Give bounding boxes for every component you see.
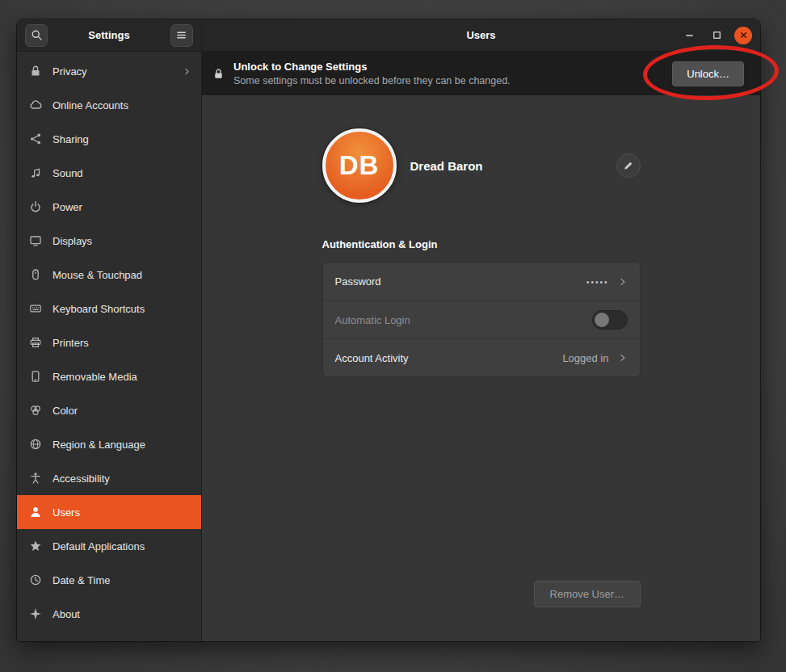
edit-name-button[interactable] xyxy=(616,153,641,178)
sidebar-item-online-accounts[interactable]: Online Accounts xyxy=(17,88,201,122)
window-title: Users xyxy=(466,29,495,41)
settings-window: Settings Users PrivacyOnline AccountsSha… xyxy=(17,19,760,641)
sidebar-item-label: Date & Time xyxy=(53,574,191,586)
banner-title: Unlock to Change Settings xyxy=(233,60,511,74)
maximize-button[interactable] xyxy=(707,26,726,45)
sidebar-item-privacy[interactable]: Privacy xyxy=(17,54,201,88)
media-icon xyxy=(29,370,42,383)
hamburger-menu-icon xyxy=(175,29,187,41)
sidebar-item-label: Users xyxy=(53,506,191,519)
auth-login-section: Authentication & Login Password•••••Auto… xyxy=(322,238,641,377)
main-headerbar: Users xyxy=(202,19,760,52)
sidebar-item-label: Region & Language xyxy=(53,439,191,451)
sidebar-item-keyboard-shortcuts[interactable]: Keyboard Shortcuts xyxy=(17,292,201,326)
sidebar-item-label: About xyxy=(53,608,191,620)
sidebar-item-label: Keyboard Shortcuts xyxy=(53,303,191,315)
keyboard-icon xyxy=(29,302,42,315)
accessibility-icon xyxy=(29,472,42,485)
sidebar-item-users[interactable]: Users xyxy=(17,495,201,529)
search-icon xyxy=(31,29,43,41)
desktop-background: Settings Users PrivacyOnline AccountsSha… xyxy=(0,0,786,672)
sidebar-item-date-time[interactable]: Date & Time xyxy=(17,563,201,597)
minimize-icon xyxy=(683,29,696,41)
cloud-icon xyxy=(29,99,42,111)
sidebar-item-label: Sound xyxy=(53,167,191,179)
minimize-button[interactable] xyxy=(679,26,699,45)
sidebar-item-label: Displays xyxy=(53,235,191,247)
globe-icon xyxy=(29,438,42,451)
toggle-knob xyxy=(595,313,609,327)
main-content: Unlock to Change Settings Some settings … xyxy=(202,52,760,641)
row-value: ••••• xyxy=(586,278,609,287)
sidebar: PrivacyOnline AccountsSharingSoundPowerD… xyxy=(17,52,202,641)
sound-icon xyxy=(29,166,42,179)
window-controls xyxy=(679,19,752,51)
banner-text: Unlock to Change Settings Some settings … xyxy=(233,60,511,87)
sidebar-item-power[interactable]: Power xyxy=(17,190,201,224)
sidebar-item-accessibility[interactable]: Accessibility xyxy=(17,461,201,495)
banner-subtitle: Some settings must be unlocked before th… xyxy=(233,74,511,87)
sidebar-item-label: Mouse & Touchpad xyxy=(53,269,191,281)
row-label: Automatic Login xyxy=(335,314,592,326)
sidebar-item-sharing[interactable]: Sharing xyxy=(17,122,201,156)
row-label: Account Activity xyxy=(335,352,563,364)
automatic-login-toggle[interactable] xyxy=(592,310,628,330)
sidebar-item-printers[interactable]: Printers xyxy=(17,326,201,359)
sidebar-item-label: Privacy xyxy=(53,65,172,78)
chevron-right-icon xyxy=(618,277,628,287)
chevron-right-icon xyxy=(618,353,628,363)
user-name: Dread Baron xyxy=(410,159,483,173)
sidebar-item-region-language[interactable]: Region & Language xyxy=(17,427,201,461)
sidebar-item-label: Removable Media xyxy=(53,371,191,383)
close-icon xyxy=(738,30,749,40)
sidebar-item-label: Online Accounts xyxy=(53,99,191,111)
lock-icon xyxy=(29,65,42,78)
row-account-activity[interactable]: Account ActivityLogged in xyxy=(323,338,640,376)
color-icon xyxy=(29,404,42,417)
power-icon xyxy=(29,200,42,213)
sidebar-item-default-applications[interactable]: Default Applications xyxy=(17,529,201,563)
share-icon xyxy=(29,132,42,145)
avatar-initials: DB xyxy=(339,150,380,181)
about-icon xyxy=(29,607,42,620)
row-value: Logged in xyxy=(562,352,608,364)
sidebar-item-label: Printers xyxy=(53,337,191,349)
avatar[interactable]: DB xyxy=(322,128,397,203)
sidebar-item-sound[interactable]: Sound xyxy=(17,156,201,190)
sidebar-item-color[interactable]: Color xyxy=(17,393,201,427)
unlock-button[interactable]: Unlock… xyxy=(672,61,744,86)
lock-icon xyxy=(212,68,225,80)
sidebar-headerbar: Settings xyxy=(17,19,202,52)
sidebar-item-label: Color xyxy=(53,405,191,417)
sidebar-item-removable-media[interactable]: Removable Media xyxy=(17,359,201,393)
sidebar-title: Settings xyxy=(88,29,129,41)
sidebar-item-displays[interactable]: Displays xyxy=(17,224,201,258)
clock-icon xyxy=(29,573,42,586)
printer-icon xyxy=(29,336,42,349)
sidebar-item-label: Accessibility xyxy=(53,472,191,485)
remove-user-button[interactable]: Remove User… xyxy=(534,581,641,607)
sidebar-item-label: Power xyxy=(53,201,191,213)
pencil-icon xyxy=(623,160,634,171)
row-automatic-login[interactable]: Automatic Login xyxy=(323,300,640,338)
users-icon xyxy=(29,506,42,519)
sidebar-item-about[interactable]: About xyxy=(17,597,201,631)
sidebar-item-label: Sharing xyxy=(53,133,191,145)
row-label: Password xyxy=(335,275,586,288)
section-title: Authentication & Login xyxy=(322,238,641,250)
displays-icon xyxy=(29,234,42,247)
user-block: DB Dread Baron xyxy=(322,128,641,203)
close-button[interactable] xyxy=(734,27,752,44)
menu-button[interactable] xyxy=(170,24,193,47)
maximize-icon xyxy=(711,29,723,41)
chevron-right-icon xyxy=(183,67,191,76)
sidebar-item-label: Default Applications xyxy=(53,540,191,552)
auth-login-list: Password•••••Automatic LoginAccount Acti… xyxy=(322,262,641,377)
sidebar-item-mouse-touchpad[interactable]: Mouse & Touchpad xyxy=(17,258,201,292)
mouse-icon xyxy=(29,268,42,281)
row-password[interactable]: Password••••• xyxy=(323,262,640,300)
unlock-banner: Unlock to Change Settings Some settings … xyxy=(202,52,760,95)
star-icon xyxy=(29,540,42,552)
search-button[interactable] xyxy=(25,24,48,47)
